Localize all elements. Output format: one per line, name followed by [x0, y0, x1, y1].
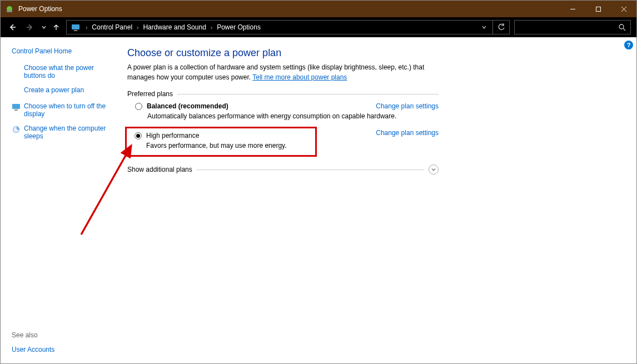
radio-high-performance[interactable]	[135, 132, 142, 139]
main-pane: Choose or customize a power plan A power…	[117, 37, 636, 363]
svg-line-11	[623, 28, 625, 31]
breadcrumb-hardware-sound[interactable]: Hardware and Sound	[142, 23, 207, 31]
sidebar-link-power-buttons[interactable]: Choose what the power buttons do	[24, 64, 112, 79]
titlebar: Power Options	[1, 1, 636, 17]
show-additional-plans[interactable]: Show additional plans	[127, 164, 439, 174]
refresh-button[interactable]	[492, 21, 509, 34]
svg-point-10	[619, 24, 624, 29]
sidebar-link-sleep[interactable]: Change when the computer sleeps	[24, 124, 112, 140]
maximize-button[interactable]	[585, 1, 611, 17]
change-settings-high-performance[interactable]: Change plan settings	[376, 129, 439, 157]
display-icon	[12, 103, 21, 112]
address-bar[interactable]: › Control Panel › Hardware and Sound › P…	[66, 20, 510, 34]
control-panel-home-link[interactable]: Control Panel Home	[12, 47, 112, 55]
chevron-right-icon[interactable]: ›	[207, 24, 216, 31]
change-settings-balanced[interactable]: Change plan settings	[376, 102, 439, 110]
sidebar-link-create-plan[interactable]: Create a power plan	[24, 86, 84, 94]
plan-desc-balanced: Automatically balances performance with …	[147, 110, 414, 120]
control-panel-icon	[71, 23, 80, 32]
chevron-right-icon[interactable]: ›	[133, 24, 142, 31]
plan-desc-high-performance: Favors performance, but may use more ene…	[135, 139, 313, 149]
content: ? Control Panel Home Choose what the pow…	[1, 37, 636, 363]
search-icon	[619, 24, 626, 31]
forward-button[interactable]	[22, 19, 38, 35]
plan-name-balanced[interactable]: Balanced (recommended)	[147, 102, 228, 110]
svg-rect-13	[14, 109, 18, 111]
radio-balanced[interactable]	[135, 103, 142, 110]
power-options-icon	[5, 4, 14, 13]
plan-name-high-performance[interactable]: High performance	[146, 132, 199, 139]
page-title: Choose or customize a power plan	[127, 47, 620, 59]
sleep-icon	[12, 125, 21, 134]
recent-dropdown[interactable]	[39, 19, 48, 35]
preferred-plans-header: Preferred plans	[127, 90, 439, 98]
chevron-right-icon[interactable]: ›	[82, 24, 91, 31]
plan-row-balanced: Balanced (recommended) Change plan setti…	[127, 98, 439, 110]
breadcrumb-power-options[interactable]: Power Options	[216, 23, 262, 31]
search-input[interactable]	[514, 20, 631, 34]
svg-rect-12	[12, 104, 20, 109]
up-button[interactable]	[49, 19, 63, 35]
svg-rect-1	[7, 11, 12, 12]
sidebar: Control Panel Home Choose what the power…	[1, 37, 117, 363]
page-description: A power plan is a collection of hardware…	[127, 62, 439, 82]
highlight-box: High performance Favors performance, but…	[125, 127, 317, 157]
svg-rect-9	[74, 30, 77, 31]
sidebar-link-turn-off-display[interactable]: Choose when to turn off the display	[24, 102, 112, 118]
see-also-user-accounts[interactable]: User Accounts	[12, 346, 112, 353]
chevron-down-icon[interactable]	[429, 164, 439, 174]
minimize-button[interactable]	[560, 1, 585, 17]
window-controls	[560, 1, 636, 17]
breadcrumb-control-panel[interactable]: Control Panel	[91, 23, 133, 31]
close-button[interactable]	[611, 1, 636, 17]
svg-rect-3	[596, 7, 600, 11]
back-button[interactable]	[4, 19, 21, 35]
address-dropdown[interactable]	[476, 21, 492, 34]
tell-me-more-link[interactable]: Tell me more about power plans	[252, 73, 347, 81]
svg-rect-8	[72, 24, 79, 29]
window-title: Power Options	[18, 5, 62, 13]
see-also-label: See also	[12, 331, 112, 341]
navbar: › Control Panel › Hardware and Sound › P…	[1, 17, 636, 37]
